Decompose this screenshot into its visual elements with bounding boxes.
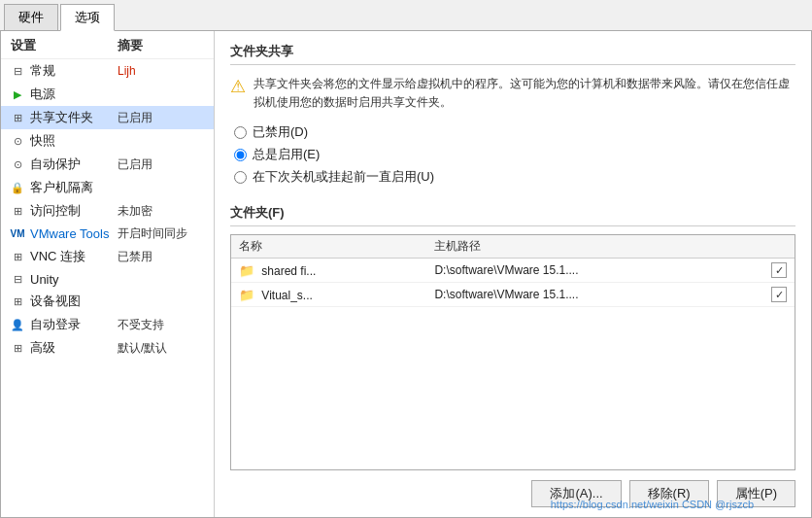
sidebar-item-power[interactable]: ▶ 电源 [1,83,214,106]
left-panel: 设置 摘要 ⊟ 常规 Lijh ▶ 电源 ⊞ 共享文件夹 已启用 [1,31,215,517]
sidebar-item-shared-folders[interactable]: ⊞ 共享文件夹 已启用 [1,106,214,129]
file-sharing-title: 文件夹共享 [230,43,795,65]
folder-name-1: 📁 shared fi... [231,259,426,283]
unity-label: Unity [30,272,118,287]
access-summary: 未加密 [118,203,206,220]
radio-disabled-input[interactable] [234,126,247,139]
shared-folders-label: 共享文件夹 [30,109,118,126]
device-icon: ⊞ [9,294,26,309]
sidebar-item-general[interactable]: ⊟ 常规 Lijh [1,59,214,83]
access-icon: ⊞ [9,203,26,219]
warning-icon: ⚠ [230,76,246,97]
isolation-icon: 🔒 [9,180,26,195]
vnc-summary: 已禁用 [118,249,206,265]
advanced-icon: ⊞ [9,340,26,356]
watermark: https://blog.csdn.net/weixin CSDN @rjszc… [551,499,754,510]
sidebar-item-vmware-tools[interactable]: VM VMware Tools 开启时间同步 [1,223,214,245]
radio-until-poweroff-input[interactable] [234,171,247,184]
vnc-icon: ⊞ [9,249,26,264]
table-row[interactable]: 📁 shared fi... D:\software\VMware 15.1..… [231,259,795,283]
folder-icon-2: 📁 [239,288,254,302]
sidebar-item-advanced[interactable]: ⊞ 高级 默认/默认 [1,336,214,360]
right-panel: 文件夹共享 ⚠ 共享文件夹会将您的文件显示给虚拟机中的程序。这可能为您的计算机和… [215,31,811,517]
col-check-header [763,235,795,259]
folder-checkbox-2[interactable]: ✓ [771,287,787,302]
tab-options[interactable]: 选项 [60,4,115,31]
settings-list: ⊟ 常规 Lijh ▶ 电源 ⊞ 共享文件夹 已启用 ⊙ 快照 [1,59,214,360]
vmwaretools-summary: 开启时间同步 [118,225,206,242]
general-summary: Lijh [118,64,206,78]
warning-box: ⚠ 共享文件夹会将您的文件显示给虚拟机中的程序。这可能为您的计算机和数据带来风险… [230,75,795,112]
col-name: 名称 [231,235,426,259]
sidebar-item-unity[interactable]: ⊟ Unity [1,268,214,290]
folder-check-2[interactable]: ✓ [763,283,795,307]
radio-until-poweroff-label: 在下次关机或挂起前一直启用(U) [253,168,434,186]
advanced-label: 高级 [30,339,118,357]
sidebar-item-vnc[interactable]: ⊞ VNC 连接 已禁用 [1,245,214,268]
sidebar-item-snapshot[interactable]: ⊙ 快照 [1,129,214,153]
snapshot-icon: ⊙ [9,133,26,149]
folder-table: 名称 主机路径 📁 shared fi... D:\software\VMwar… [231,235,795,307]
radio-always-input[interactable] [234,149,247,161]
shared-folders-summary: 已启用 [118,110,206,126]
snapshot-label: 快照 [30,132,118,150]
folder-name-2: 📁 Vitual_s... [231,283,426,307]
access-label: 访问控制 [30,202,118,220]
sidebar-item-isolation[interactable]: 🔒 客户机隔离 [1,176,214,199]
folder-section-title: 文件夹(F) [230,204,795,226]
device-label: 设备视图 [30,293,118,310]
table-row[interactable]: 📁 Vitual_s... D:\software\VMware 15.1...… [231,283,795,307]
autologin-summary: 不受支持 [118,317,206,333]
radio-disabled-label: 已禁用(D) [253,123,308,141]
sidebar-item-device-view[interactable]: ⊞ 设备视图 [1,290,214,313]
folder-path-1: D:\software\VMware 15.1.... [426,259,763,283]
advanced-summary: 默认/默认 [118,340,206,357]
sidebar-item-access-control[interactable]: ⊞ 访问控制 未加密 [1,199,214,223]
tab-bar: 硬件 选项 [0,0,812,31]
radio-always-label: 总是启用(E) [253,146,320,163]
vmwaretools-icon: VM [9,226,26,242]
power-icon: ▶ [9,86,26,102]
vnc-label: VNC 连接 [30,248,118,265]
vmwaretools-label: VMware Tools [30,226,118,241]
radio-disabled[interactable]: 已禁用(D) [234,123,795,141]
warning-text: 共享文件夹会将您的文件显示给虚拟机中的程序。这可能为您的计算机和数据带来风险。请… [254,75,795,112]
autoprotect-icon: ⊙ [9,156,26,172]
shared-folders-icon: ⊞ [9,110,26,125]
general-label: 常规 [30,62,118,80]
autologin-icon: 👤 [9,317,26,332]
folder-check-1[interactable]: ✓ [763,259,795,283]
radio-group: 已禁用(D) 总是启用(E) 在下次关机或挂起前一直启用(U) [230,123,795,190]
autoprotect-label: 自动保护 [30,155,118,173]
general-icon: ⊟ [9,63,26,79]
autoprotect-summary: 已启用 [118,156,206,173]
autologin-label: 自动登录 [30,316,118,333]
isolation-label: 客户机隔离 [30,179,118,196]
power-label: 电源 [30,86,118,103]
tab-hardware[interactable]: 硬件 [4,4,58,30]
folder-table-wrapper: 名称 主机路径 📁 shared fi... D:\software\VMwar… [230,234,795,470]
settings-header: 设置 摘要 [1,31,214,59]
sidebar-item-autoprotect[interactable]: ⊙ 自动保护 已启用 [1,153,214,176]
col-path: 主机路径 [426,235,763,259]
header-summary: 摘要 [118,37,204,54]
folder-checkbox-1[interactable]: ✓ [771,262,787,278]
unity-icon: ⊟ [9,271,26,287]
folder-icon-1: 📁 [239,263,254,278]
header-setting: 设置 [11,37,118,54]
radio-until-poweroff[interactable]: 在下次关机或挂起前一直启用(U) [234,168,795,186]
main-content: 设置 摘要 ⊟ 常规 Lijh ▶ 电源 ⊞ 共享文件夹 已启用 [0,31,812,518]
radio-always[interactable]: 总是启用(E) [234,146,795,163]
folder-path-2: D:\software\VMware 15.1.... [426,283,763,307]
sidebar-item-autologin[interactable]: 👤 自动登录 不受支持 [1,313,214,336]
